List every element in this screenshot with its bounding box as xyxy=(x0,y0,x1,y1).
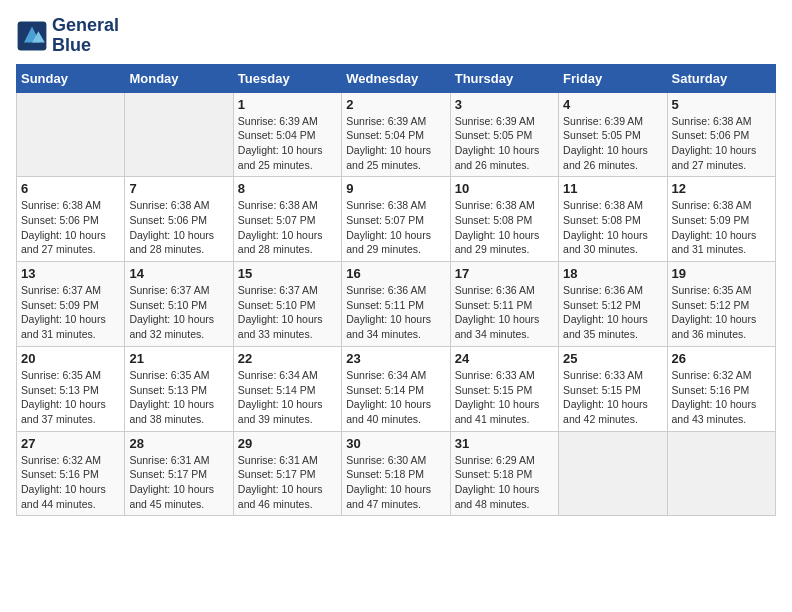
day-detail: Sunrise: 6:39 AM Sunset: 5:04 PM Dayligh… xyxy=(238,114,337,173)
day-detail: Sunrise: 6:39 AM Sunset: 5:05 PM Dayligh… xyxy=(455,114,554,173)
day-detail: Sunrise: 6:32 AM Sunset: 5:16 PM Dayligh… xyxy=(672,368,771,427)
calendar-cell: 14Sunrise: 6:37 AM Sunset: 5:10 PM Dayli… xyxy=(125,262,233,347)
calendar-cell: 20Sunrise: 6:35 AM Sunset: 5:13 PM Dayli… xyxy=(17,346,125,431)
day-number: 19 xyxy=(672,266,771,281)
calendar-week-2: 6Sunrise: 6:38 AM Sunset: 5:06 PM Daylig… xyxy=(17,177,776,262)
calendar-cell: 12Sunrise: 6:38 AM Sunset: 5:09 PM Dayli… xyxy=(667,177,775,262)
day-header-saturday: Saturday xyxy=(667,64,775,92)
calendar-cell xyxy=(125,92,233,177)
day-number: 11 xyxy=(563,181,662,196)
day-detail: Sunrise: 6:34 AM Sunset: 5:14 PM Dayligh… xyxy=(346,368,445,427)
day-number: 27 xyxy=(21,436,120,451)
day-number: 18 xyxy=(563,266,662,281)
day-header-wednesday: Wednesday xyxy=(342,64,450,92)
logo: General Blue xyxy=(16,16,119,56)
calendar-cell: 28Sunrise: 6:31 AM Sunset: 5:17 PM Dayli… xyxy=(125,431,233,516)
calendar-cell xyxy=(559,431,667,516)
day-detail: Sunrise: 6:39 AM Sunset: 5:04 PM Dayligh… xyxy=(346,114,445,173)
day-detail: Sunrise: 6:34 AM Sunset: 5:14 PM Dayligh… xyxy=(238,368,337,427)
day-detail: Sunrise: 6:31 AM Sunset: 5:17 PM Dayligh… xyxy=(129,453,228,512)
day-number: 7 xyxy=(129,181,228,196)
calendar-week-4: 20Sunrise: 6:35 AM Sunset: 5:13 PM Dayli… xyxy=(17,346,776,431)
calendar-cell: 23Sunrise: 6:34 AM Sunset: 5:14 PM Dayli… xyxy=(342,346,450,431)
calendar-cell: 5Sunrise: 6:38 AM Sunset: 5:06 PM Daylig… xyxy=(667,92,775,177)
calendar-cell: 26Sunrise: 6:32 AM Sunset: 5:16 PM Dayli… xyxy=(667,346,775,431)
calendar-cell xyxy=(667,431,775,516)
day-number: 22 xyxy=(238,351,337,366)
day-number: 12 xyxy=(672,181,771,196)
day-number: 8 xyxy=(238,181,337,196)
day-header-monday: Monday xyxy=(125,64,233,92)
calendar-cell: 10Sunrise: 6:38 AM Sunset: 5:08 PM Dayli… xyxy=(450,177,558,262)
day-detail: Sunrise: 6:37 AM Sunset: 5:10 PM Dayligh… xyxy=(129,283,228,342)
day-detail: Sunrise: 6:35 AM Sunset: 5:13 PM Dayligh… xyxy=(21,368,120,427)
day-number: 21 xyxy=(129,351,228,366)
page-header: General Blue xyxy=(16,16,776,56)
calendar-week-5: 27Sunrise: 6:32 AM Sunset: 5:16 PM Dayli… xyxy=(17,431,776,516)
calendar-cell: 31Sunrise: 6:29 AM Sunset: 5:18 PM Dayli… xyxy=(450,431,558,516)
day-detail: Sunrise: 6:35 AM Sunset: 5:13 PM Dayligh… xyxy=(129,368,228,427)
calendar-cell: 29Sunrise: 6:31 AM Sunset: 5:17 PM Dayli… xyxy=(233,431,341,516)
day-number: 20 xyxy=(21,351,120,366)
day-number: 30 xyxy=(346,436,445,451)
day-detail: Sunrise: 6:37 AM Sunset: 5:09 PM Dayligh… xyxy=(21,283,120,342)
day-detail: Sunrise: 6:32 AM Sunset: 5:16 PM Dayligh… xyxy=(21,453,120,512)
day-detail: Sunrise: 6:38 AM Sunset: 5:08 PM Dayligh… xyxy=(563,198,662,257)
day-detail: Sunrise: 6:39 AM Sunset: 5:05 PM Dayligh… xyxy=(563,114,662,173)
day-detail: Sunrise: 6:38 AM Sunset: 5:06 PM Dayligh… xyxy=(672,114,771,173)
day-detail: Sunrise: 6:36 AM Sunset: 5:11 PM Dayligh… xyxy=(455,283,554,342)
day-detail: Sunrise: 6:36 AM Sunset: 5:11 PM Dayligh… xyxy=(346,283,445,342)
calendar-cell: 24Sunrise: 6:33 AM Sunset: 5:15 PM Dayli… xyxy=(450,346,558,431)
day-header-tuesday: Tuesday xyxy=(233,64,341,92)
day-header-sunday: Sunday xyxy=(17,64,125,92)
calendar-cell: 7Sunrise: 6:38 AM Sunset: 5:06 PM Daylig… xyxy=(125,177,233,262)
day-detail: Sunrise: 6:31 AM Sunset: 5:17 PM Dayligh… xyxy=(238,453,337,512)
day-number: 1 xyxy=(238,97,337,112)
day-number: 31 xyxy=(455,436,554,451)
day-number: 24 xyxy=(455,351,554,366)
calendar-cell xyxy=(17,92,125,177)
day-detail: Sunrise: 6:30 AM Sunset: 5:18 PM Dayligh… xyxy=(346,453,445,512)
day-number: 23 xyxy=(346,351,445,366)
calendar-week-1: 1Sunrise: 6:39 AM Sunset: 5:04 PM Daylig… xyxy=(17,92,776,177)
day-number: 29 xyxy=(238,436,337,451)
day-number: 28 xyxy=(129,436,228,451)
day-detail: Sunrise: 6:37 AM Sunset: 5:10 PM Dayligh… xyxy=(238,283,337,342)
calendar-cell: 17Sunrise: 6:36 AM Sunset: 5:11 PM Dayli… xyxy=(450,262,558,347)
day-number: 4 xyxy=(563,97,662,112)
calendar-cell: 19Sunrise: 6:35 AM Sunset: 5:12 PM Dayli… xyxy=(667,262,775,347)
day-detail: Sunrise: 6:36 AM Sunset: 5:12 PM Dayligh… xyxy=(563,283,662,342)
calendar-cell: 2Sunrise: 6:39 AM Sunset: 5:04 PM Daylig… xyxy=(342,92,450,177)
day-number: 13 xyxy=(21,266,120,281)
day-detail: Sunrise: 6:38 AM Sunset: 5:08 PM Dayligh… xyxy=(455,198,554,257)
day-detail: Sunrise: 6:33 AM Sunset: 5:15 PM Dayligh… xyxy=(563,368,662,427)
calendar-cell: 11Sunrise: 6:38 AM Sunset: 5:08 PM Dayli… xyxy=(559,177,667,262)
day-header-thursday: Thursday xyxy=(450,64,558,92)
day-number: 10 xyxy=(455,181,554,196)
day-detail: Sunrise: 6:38 AM Sunset: 5:07 PM Dayligh… xyxy=(346,198,445,257)
calendar-cell: 13Sunrise: 6:37 AM Sunset: 5:09 PM Dayli… xyxy=(17,262,125,347)
calendar-cell: 22Sunrise: 6:34 AM Sunset: 5:14 PM Dayli… xyxy=(233,346,341,431)
day-number: 3 xyxy=(455,97,554,112)
logo-text: General Blue xyxy=(52,16,119,56)
calendar-cell: 1Sunrise: 6:39 AM Sunset: 5:04 PM Daylig… xyxy=(233,92,341,177)
day-number: 9 xyxy=(346,181,445,196)
calendar-cell: 16Sunrise: 6:36 AM Sunset: 5:11 PM Dayli… xyxy=(342,262,450,347)
calendar-cell: 4Sunrise: 6:39 AM Sunset: 5:05 PM Daylig… xyxy=(559,92,667,177)
calendar-cell: 25Sunrise: 6:33 AM Sunset: 5:15 PM Dayli… xyxy=(559,346,667,431)
day-detail: Sunrise: 6:38 AM Sunset: 5:07 PM Dayligh… xyxy=(238,198,337,257)
day-detail: Sunrise: 6:29 AM Sunset: 5:18 PM Dayligh… xyxy=(455,453,554,512)
calendar-week-3: 13Sunrise: 6:37 AM Sunset: 5:09 PM Dayli… xyxy=(17,262,776,347)
day-number: 5 xyxy=(672,97,771,112)
day-header-friday: Friday xyxy=(559,64,667,92)
day-detail: Sunrise: 6:35 AM Sunset: 5:12 PM Dayligh… xyxy=(672,283,771,342)
day-detail: Sunrise: 6:38 AM Sunset: 5:09 PM Dayligh… xyxy=(672,198,771,257)
calendar-cell: 9Sunrise: 6:38 AM Sunset: 5:07 PM Daylig… xyxy=(342,177,450,262)
day-number: 25 xyxy=(563,351,662,366)
day-number: 15 xyxy=(238,266,337,281)
day-number: 26 xyxy=(672,351,771,366)
calendar-cell: 27Sunrise: 6:32 AM Sunset: 5:16 PM Dayli… xyxy=(17,431,125,516)
calendar-table: SundayMondayTuesdayWednesdayThursdayFrid… xyxy=(16,64,776,517)
day-number: 16 xyxy=(346,266,445,281)
calendar-cell: 21Sunrise: 6:35 AM Sunset: 5:13 PM Dayli… xyxy=(125,346,233,431)
